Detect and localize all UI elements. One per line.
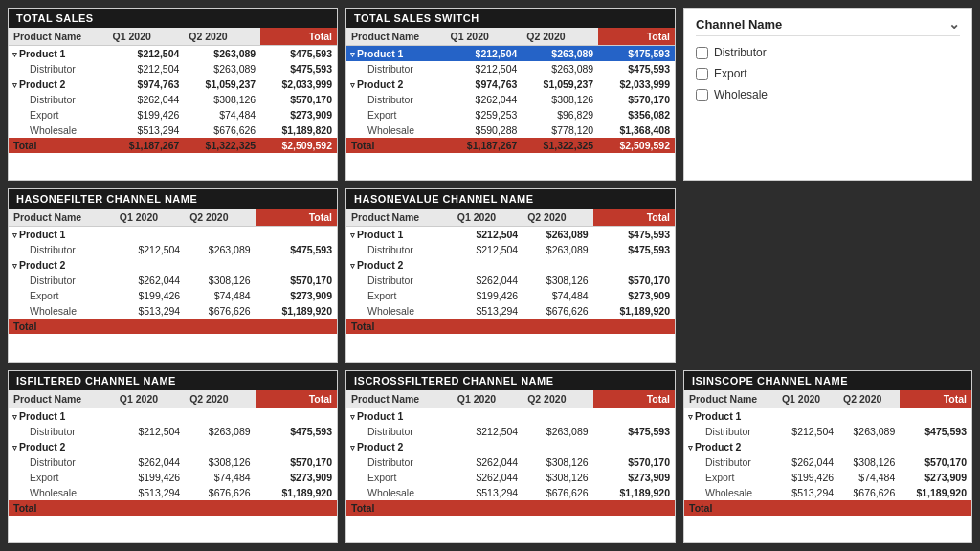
table-row: Total [9, 319, 337, 334]
cell-total: $475,593 [256, 424, 337, 439]
cell-q2: $676,626 [184, 122, 260, 138]
cell-q1 [453, 500, 523, 516]
col-total: Total [260, 28, 337, 46]
cell-product-name: Total [9, 138, 108, 153]
col-total: Total [598, 28, 675, 46]
table-row: ▿Product 2 [684, 439, 971, 454]
cell-q2: $676,626 [523, 485, 592, 500]
iscrossfiltered-card: ISCROSSFILTERED CHANNEL NAME Product Nam… [345, 370, 676, 543]
hasonefilter-table: Product Name Q1 2020 Q2 2020 Total ▿Prod… [9, 209, 337, 334]
table-row: Total [9, 500, 337, 516]
cell-product-name: ▿Product 1 [9, 227, 115, 243]
cell-q2 [838, 408, 900, 424]
cell-q2: $308,126 [523, 470, 592, 485]
table-row: ▿Product 2$974,763$1,059,237$2,033,999 [346, 77, 675, 92]
cell-product-name: Wholesale [9, 122, 108, 138]
cell-product-name: Distributor [346, 61, 446, 77]
slicer-item-wholesale[interactable]: Wholesale [696, 88, 960, 101]
cell-q1: $262,044 [108, 92, 185, 107]
chevron-down-icon[interactable]: ⌄ [948, 16, 960, 32]
cell-product-name: Wholesale [346, 122, 446, 138]
cell-total: $570,170 [900, 454, 971, 470]
cell-total: $475,593 [593, 242, 675, 257]
export-checkbox[interactable] [696, 68, 708, 80]
table-row: ▿Product 2 [9, 439, 337, 454]
cell-product-name: Wholesale [346, 303, 453, 319]
cell-q2 [185, 439, 255, 454]
slicer-title-bar: Channel Name ⌄ [696, 16, 960, 36]
wholesale-checkbox[interactable] [696, 89, 708, 101]
cell-total [256, 408, 337, 424]
table-row: Export$262,044$308,126$273,909 [346, 470, 675, 485]
cell-q2: $308,126 [184, 92, 260, 107]
hasonevalue-card: HASONEVALUE CHANNEL NAME Product Name Q1… [345, 188, 676, 362]
table-row: ▿Product 2 [346, 439, 675, 454]
cell-total [593, 439, 675, 454]
cell-q1 [777, 439, 838, 454]
col-q2: Q2 2020 [838, 390, 900, 408]
cell-product-name: Distributor [346, 92, 446, 107]
cell-product-name: Distributor [9, 273, 115, 288]
slicer-item-distributor[interactable]: Distributor [696, 46, 960, 59]
cell-product-name: ▿Product 2 [684, 439, 777, 454]
cell-q1: $1,187,267 [108, 138, 185, 153]
cell-product-name: Wholesale [9, 303, 115, 319]
cell-product-name: ▿Product 2 [9, 439, 115, 454]
table-row: Distributor$212,504$263,089$475,593 [9, 242, 337, 257]
total-sales-switch-header: TOTAL SALES SWITCH [346, 9, 675, 28]
cell-q2: $778,120 [522, 122, 598, 138]
cell-product-name: Export [684, 470, 777, 485]
cell-product-name: Export [346, 288, 453, 303]
table-row: Export$199,426$74,484$273,909 [9, 107, 337, 122]
cell-q2 [185, 500, 255, 516]
cell-q2: $263,089 [522, 46, 598, 62]
cell-product-name: ▿Product 2 [9, 77, 108, 92]
cell-total: $1,189,920 [593, 485, 675, 500]
table-row: Distributor$262,044$308,126$570,170 [346, 92, 675, 107]
table-row: ▿Product 1$212,504$263,089$475,593 [346, 46, 675, 62]
col-q2: Q2 2020 [185, 390, 255, 408]
table-row: Total [346, 319, 675, 334]
hasonevalue-header: HASONEVALUE CHANNEL NAME [346, 189, 675, 209]
cell-total [593, 319, 675, 334]
cell-product-name: ▿Product 1 [346, 408, 453, 424]
cell-q2: $263,089 [523, 424, 592, 439]
col-q1: Q1 2020 [446, 28, 523, 46]
iscrossfiltered-table: Product Name Q1 2020 Q2 2020 Total ▿Prod… [346, 390, 675, 516]
table-row: Distributor$262,044$308,126$570,170 [346, 273, 675, 288]
cell-product-name: Export [346, 470, 453, 485]
cell-q1: $262,044 [453, 454, 523, 470]
cell-total [256, 319, 337, 334]
cell-product-name: Export [346, 107, 446, 122]
table-row: Distributor$212,504$263,089$475,593 [684, 424, 971, 439]
table-row: Wholesale$513,294$676,626$1,189,920 [346, 303, 675, 319]
cell-product-name: Distributor [9, 242, 115, 257]
main-container: TOTAL SALES Product Name Q1 2020 Q2 2020… [0, 0, 980, 551]
cell-product-name: Total [684, 500, 777, 516]
cell-product-name: ▿Product 2 [346, 77, 446, 92]
cell-product-name: Export [9, 470, 115, 485]
table-row: ▿Product 1 [9, 408, 337, 424]
cell-q1: $974,763 [108, 77, 185, 92]
cell-total [593, 257, 675, 273]
cell-total: $475,593 [593, 227, 675, 243]
cell-total: $356,082 [598, 107, 675, 122]
cell-q1: $590,288 [446, 122, 523, 138]
table-row: ▿Product 1 [9, 227, 337, 243]
table-row: Distributor$212,504$263,089$475,593 [9, 424, 337, 439]
col-total: Total [256, 209, 337, 227]
cell-product-name: ▿Product 2 [346, 439, 453, 454]
slicer-item-export[interactable]: Export [696, 67, 960, 80]
distributor-checkbox[interactable] [696, 47, 708, 59]
col-q1: Q1 2020 [453, 390, 523, 408]
cell-q1: $259,253 [446, 107, 523, 122]
cell-product-name: Distributor [346, 242, 453, 257]
iscrossfiltered-header: ISCROSSFILTERED CHANNEL NAME [346, 371, 675, 390]
col-product-name: Product Name [684, 390, 777, 408]
table-row: Wholesale$513,294$676,626$1,189,920 [684, 485, 971, 500]
col-q2: Q2 2020 [522, 28, 598, 46]
total-sales-header: TOTAL SALES [9, 9, 337, 28]
cell-total: $475,593 [598, 61, 675, 77]
cell-q1: $262,044 [115, 273, 185, 288]
table-row: ▿Product 1 [346, 408, 675, 424]
